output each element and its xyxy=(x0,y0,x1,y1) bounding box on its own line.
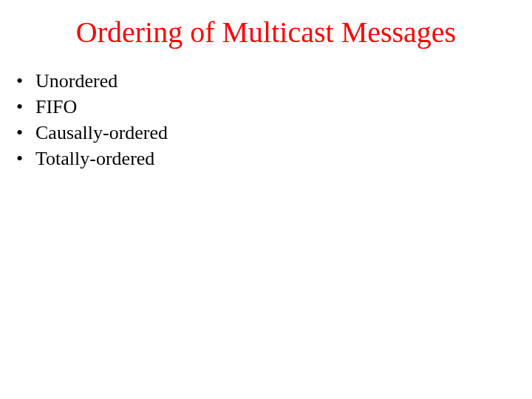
bullet-text: FIFO xyxy=(35,94,77,120)
bullet-icon: • xyxy=(16,94,35,120)
list-item: • Unordered xyxy=(16,68,168,94)
bullet-list: • Unordered • FIFO • Causally-ordered • … xyxy=(16,68,168,171)
list-item: • Totally-ordered xyxy=(16,146,168,171)
bullet-icon: • xyxy=(16,120,35,146)
bullet-text: Unordered xyxy=(35,68,117,94)
slide-title: Ordering of Multicast Messages xyxy=(0,15,532,50)
bullet-icon: • xyxy=(16,68,35,94)
bullet-icon: • xyxy=(16,146,35,171)
list-item: • FIFO xyxy=(16,94,168,120)
list-item: • Causally-ordered xyxy=(16,120,168,146)
bullet-text: Causally-ordered xyxy=(35,120,168,146)
bullet-text: Totally-ordered xyxy=(35,146,154,171)
slide: Ordering of Multicast Messages • Unorder… xyxy=(0,0,532,399)
